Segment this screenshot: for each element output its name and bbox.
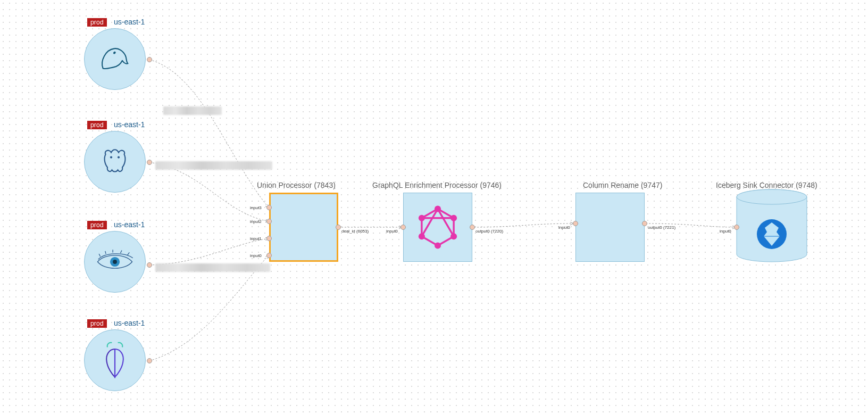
input-port[interactable]	[573, 221, 578, 226]
env-badge: prod	[87, 121, 107, 129]
node-title-rename: Column Rename (9747)	[583, 181, 662, 189]
source-node-cassandra[interactable]	[84, 231, 146, 293]
port-label: input0	[558, 225, 570, 230]
region-label: us-east-1	[114, 220, 145, 229]
env-badge: prod	[87, 319, 107, 328]
redacted-label	[155, 263, 270, 272]
input-port[interactable]	[266, 253, 272, 258]
env-badge: prod	[87, 18, 107, 27]
output-port[interactable]	[642, 221, 647, 226]
svg-point-6	[113, 260, 117, 264]
mysql-dolphin-icon	[96, 40, 133, 78]
cassandra-eye-icon	[94, 249, 136, 275]
port-label: output0 (7221)	[648, 225, 675, 230]
port-label: input0	[386, 229, 398, 234]
source-node-mysql[interactable]	[84, 28, 146, 90]
region-label: us-east-1	[114, 319, 145, 327]
input-port[interactable]	[266, 219, 272, 224]
output-port[interactable]	[147, 262, 152, 268]
env-badge: prod	[87, 221, 107, 229]
redacted-label	[155, 161, 272, 170]
svg-point-10	[435, 242, 441, 249]
processor-node-graphql[interactable]	[403, 193, 472, 262]
cockroach-icon	[96, 339, 133, 382]
output-port[interactable]	[147, 57, 152, 62]
node-title-sink: Iceberg Sink Connector (9748)	[716, 181, 817, 189]
redacted-label	[163, 106, 222, 115]
input-port[interactable]	[734, 225, 739, 230]
port-label: input3	[250, 205, 262, 210]
input-port[interactable]	[400, 225, 406, 230]
processor-node-union[interactable]	[269, 193, 338, 262]
output-port[interactable]	[336, 225, 341, 230]
svg-point-3	[110, 156, 112, 159]
port-label: input2	[250, 219, 262, 224]
source-node-cockroach[interactable]	[84, 329, 146, 391]
pipeline-canvas[interactable]: prod us-east-1 prod us-east-1 prod us-ea…	[0, 0, 868, 414]
svg-point-4	[118, 156, 120, 159]
node-title-graphql: GraphQL Enrichment Processor (9746)	[372, 181, 502, 189]
input-port[interactable]	[266, 236, 272, 241]
output-port[interactable]	[147, 160, 152, 165]
svg-point-12	[419, 215, 425, 221]
svg-point-9	[450, 233, 457, 239]
source-node-postgres[interactable]	[84, 131, 146, 193]
svg-point-11	[419, 233, 425, 239]
processor-node-rename[interactable]	[575, 193, 645, 262]
svg-point-7	[435, 206, 441, 212]
output-port[interactable]	[470, 225, 475, 230]
port-label: output0 (7220)	[475, 229, 503, 234]
postgres-elephant-icon	[96, 143, 133, 180]
region-label: us-east-1	[114, 18, 145, 26]
input-port[interactable]	[266, 205, 272, 210]
graphql-icon	[415, 204, 461, 250]
region-label: us-east-1	[114, 120, 145, 129]
port-label: deal_id (6053)	[341, 229, 369, 234]
node-title-union: Union Processor (7843)	[257, 181, 336, 189]
port-label: input0	[250, 253, 262, 258]
svg-point-8	[450, 215, 457, 221]
output-port[interactable]	[147, 358, 152, 363]
port-label: input1	[250, 236, 262, 241]
sink-node-iceberg[interactable]	[737, 189, 807, 262]
port-label: input0	[720, 229, 731, 234]
